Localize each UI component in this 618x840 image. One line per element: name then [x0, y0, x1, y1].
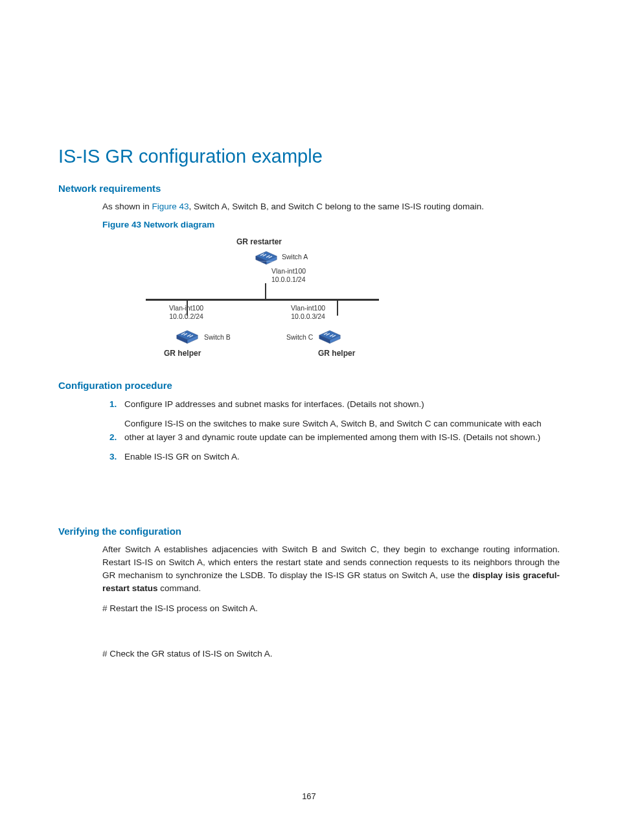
- verifying-section: Verifying the configuration After Switch…: [58, 526, 560, 661]
- step-2-text: Configure IS-IS on the switches to make …: [119, 417, 560, 445]
- figure-caption: Figure 43 Network diagram: [102, 220, 560, 229]
- page-number: 167: [0, 791, 618, 801]
- page-title: IS-IS GR configuration example: [58, 146, 560, 167]
- network-requirements-text: As shown in Figure 43, Switch A, Switch …: [102, 200, 560, 213]
- vlan-a-label: Vlan-int100 10.0.0.1/24: [271, 267, 306, 283]
- hash-check: # Check the GR status of IS-IS on Switch…: [102, 648, 560, 660]
- gr-helper-right-label: GR helper: [318, 349, 355, 358]
- switch-c-label: Switch C: [286, 333, 313, 342]
- hash-restart: # Restart the IS-IS process on Switch A.: [102, 602, 560, 615]
- switch-a-icon: [255, 249, 278, 268]
- switch-b-label: Switch B: [204, 333, 231, 342]
- text-prefix: As shown in: [102, 202, 152, 211]
- step-3-text: Enable IS-IS GR on Switch A.: [119, 450, 240, 464]
- bus-tick: [337, 299, 338, 316]
- step-1-text: Configure IP addresses and subnet masks …: [119, 397, 424, 412]
- section-verifying-heading: Verifying the configuration: [58, 526, 560, 537]
- verifying-suffix: command.: [158, 583, 201, 593]
- switch-b-icon: [176, 328, 199, 347]
- figure-link[interactable]: Figure 43: [152, 202, 189, 211]
- text-suffix: , Switch A, Switch B, and Switch C belon…: [189, 202, 484, 211]
- section-configuration-procedure-heading: Configuration procedure: [58, 380, 560, 391]
- section-network-requirements-heading: Network requirements: [58, 183, 560, 194]
- vlan-b-label: Vlan-int100 10.0.0.2/24: [169, 304, 203, 320]
- switch-a-label: Switch A: [282, 253, 308, 261]
- vlan-c-label: Vlan-int100 10.0.0.3/24: [291, 304, 325, 320]
- network-diagram: GR restarter Switch A Vlan-int100 10.0.0…: [107, 237, 379, 367]
- bus-tick: [265, 283, 266, 300]
- list-item: Configure IP addresses and subnet masks …: [119, 397, 560, 412]
- list-item: Enable IS-IS GR on Switch A.: [119, 450, 560, 464]
- network-bus-line: [146, 299, 379, 301]
- gr-restarter-label: GR restarter: [236, 237, 282, 246]
- switch-c-icon: [318, 328, 341, 347]
- list-item: Configure IS-IS on the switches to make …: [119, 417, 560, 445]
- gr-helper-left-label: GR helper: [164, 349, 201, 358]
- verifying-text: After Switch A establishes adjacencies w…: [102, 543, 560, 596]
- configuration-steps-list: Configure IP addresses and subnet masks …: [102, 397, 560, 463]
